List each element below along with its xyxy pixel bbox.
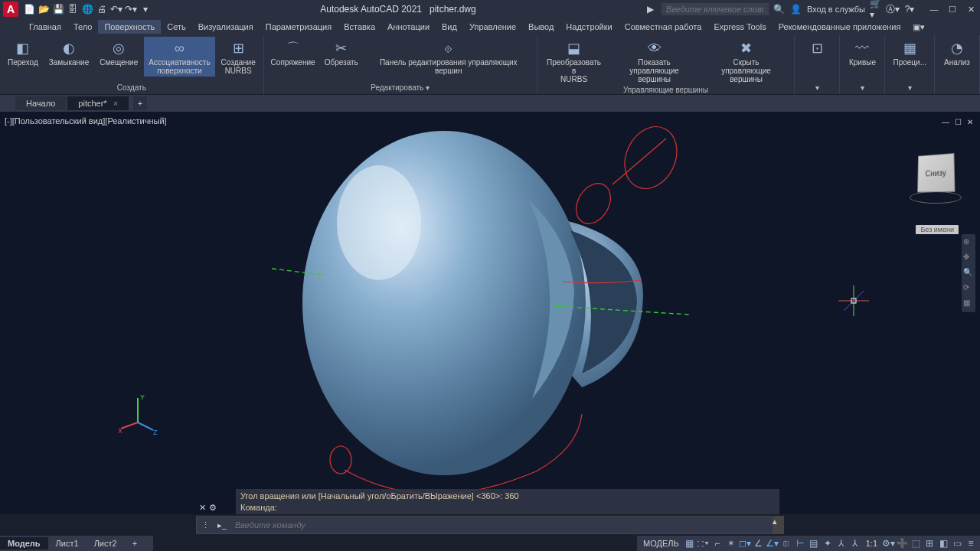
ribbon-group-title: Создать bbox=[3, 83, 260, 93]
saveas-icon[interactable]: 🗄 bbox=[67, 3, 79, 15]
osnap-icon[interactable]: ◻▾ bbox=[739, 537, 751, 549]
annovis-icon[interactable]: ⅄ bbox=[849, 537, 861, 549]
isolate-icon[interactable]: ◧ bbox=[937, 537, 949, 549]
login-link[interactable]: Вход в службы bbox=[807, 5, 865, 14]
cmd-handle-icon[interactable]: ⋮ bbox=[198, 518, 212, 532]
showmotion-icon[interactable]: ▦ bbox=[963, 298, 974, 309]
cmd-scroll[interactable]: ▴ bbox=[773, 517, 783, 533]
ortho-icon[interactable]: ⌐ bbox=[711, 537, 724, 549]
help-icon[interactable]: ?▾ bbox=[903, 3, 916, 15]
ribbon-переход[interactable]: ◧Переход bbox=[3, 37, 43, 68]
redo-icon[interactable]: ↷▾ bbox=[125, 3, 137, 15]
menu-вывод[interactable]: Вывод bbox=[522, 20, 560, 34]
save-icon[interactable]: 💾 bbox=[52, 3, 64, 15]
ribbon-создание[interactable]: ⊞Создание NURBS bbox=[217, 37, 260, 77]
nav-wheel-icon[interactable]: ⊕ bbox=[963, 237, 974, 248]
scale-label[interactable]: 1:1 bbox=[863, 539, 880, 548]
viewport[interactable]: [-][Пользовательский вид][Реалистичный] … bbox=[0, 112, 980, 514]
zoom-icon[interactable]: 🔍 bbox=[963, 268, 974, 279]
status-model[interactable]: МОДЕЛЬ bbox=[640, 539, 682, 548]
menu-поверхность[interactable]: Поверхность bbox=[98, 20, 161, 34]
menu-главная[interactable]: Главная bbox=[23, 20, 67, 34]
annoscale-icon[interactable]: ⅄ bbox=[835, 537, 848, 549]
menu-вставка[interactable]: Вставка bbox=[338, 20, 381, 34]
tab-close-icon[interactable]: × bbox=[113, 99, 118, 108]
ribbon-замыкание[interactable]: ◐Замыкание bbox=[44, 37, 94, 68]
ribbon-проеци...[interactable]: ▦Проеци... bbox=[888, 37, 931, 68]
polar-icon[interactable]: ✴ bbox=[725, 537, 737, 549]
view-badge[interactable]: Без имени bbox=[916, 225, 959, 234]
apps-icon[interactable]: Ⓐ▾ bbox=[887, 3, 899, 15]
minimize-button[interactable]: — bbox=[928, 3, 940, 15]
cleanscreen-icon[interactable]: ▭ bbox=[951, 537, 963, 549]
menu-вид[interactable]: Вид bbox=[436, 20, 463, 34]
viewcube[interactable]: Снизу bbox=[906, 150, 965, 208]
undo-icon[interactable]: ↶▾ bbox=[110, 3, 122, 15]
menu-featured[interactable]: ▣▾ bbox=[906, 20, 931, 34]
menu-управление[interactable]: Управление bbox=[463, 20, 522, 34]
tab-model[interactable]: Модель bbox=[0, 537, 48, 549]
ribbon-панель-редактирования-управляющих-вершин[interactable]: ⟐Панель редактирования управляющих верши… bbox=[364, 37, 534, 77]
tab-layout2[interactable]: Лист2 bbox=[87, 537, 125, 549]
ribbon-показать[interactable]: 👁Показать управляющие вершины bbox=[609, 37, 700, 85]
model-canvas[interactable] bbox=[0, 112, 980, 514]
cmd-opts-icon[interactable]: ⚙ bbox=[209, 503, 217, 513]
ribbon-ассоциативность[interactable]: ∞Ассоциативность поверхности bbox=[144, 37, 214, 77]
customize-icon[interactable]: ≡ bbox=[965, 537, 977, 549]
app-logo[interactable]: A bbox=[3, 2, 18, 17]
dyn-icon[interactable]: ⊢ bbox=[794, 537, 806, 549]
cart-icon[interactable]: 🛒▾ bbox=[870, 3, 882, 15]
otrack-icon[interactable]: ∠▾ bbox=[766, 537, 779, 549]
tab-pitcher[interactable]: pitcher*× bbox=[67, 96, 129, 110]
menu-express tools[interactable]: Express Tools bbox=[707, 20, 772, 34]
menu-совместная работа[interactable]: Совместная работа bbox=[619, 20, 708, 34]
menu-тело[interactable]: Тело bbox=[67, 20, 99, 34]
ribbon-скрыть[interactable]: ✖Скрыть управляющие вершины bbox=[701, 37, 792, 85]
pan-icon[interactable]: ✥ bbox=[963, 253, 974, 263]
tab-start[interactable]: Начало bbox=[15, 96, 66, 110]
maximize-button[interactable]: ☐ bbox=[946, 3, 959, 15]
open-icon[interactable]: 📂 bbox=[38, 3, 50, 15]
dynucs-icon[interactable]: ⎅ bbox=[780, 537, 792, 549]
workspace-icon[interactable]: ⚙▾ bbox=[882, 537, 894, 549]
search-go-icon[interactable]: 🔍 bbox=[773, 3, 786, 15]
add-layout-button[interactable]: + bbox=[125, 537, 145, 549]
search-input[interactable] bbox=[662, 3, 769, 15]
new-icon[interactable]: 📄 bbox=[23, 3, 35, 15]
ribbon-item[interactable]: ⊡ bbox=[798, 37, 836, 60]
annomonitor-icon[interactable]: ➕ bbox=[896, 537, 908, 549]
ribbon-обрезать[interactable]: ✂Обрезать bbox=[320, 37, 361, 68]
ribbon-сопряжение[interactable]: ⌒Сопряжение bbox=[267, 37, 319, 68]
cmd-close-icon[interactable]: ✕ bbox=[199, 503, 206, 513]
cmd-prompt-icon[interactable]: ▸_ bbox=[215, 518, 229, 532]
units-icon[interactable]: ⬚ bbox=[910, 537, 922, 549]
gizmo-icon[interactable]: ✦ bbox=[822, 537, 834, 549]
orbit-icon[interactable]: ⟳ bbox=[963, 283, 974, 294]
menu-аннотации[interactable]: Аннотации bbox=[381, 20, 436, 34]
ribbon-преобразовать-в[interactable]: ⬓Преобразовать в NURBS bbox=[541, 37, 608, 85]
menu-надстройки[interactable]: Надстройки bbox=[560, 20, 618, 34]
menu-рекомендованные приложения[interactable]: Рекомендованные приложения bbox=[773, 20, 907, 34]
ribbon-label: Анализ bbox=[944, 58, 970, 67]
ribbon-кривые[interactable]: 〰Кривые bbox=[843, 37, 881, 68]
3dosnap-icon[interactable]: ∠ bbox=[753, 537, 765, 549]
qat-more-icon[interactable]: ▾ bbox=[139, 3, 152, 15]
ribbon-смещение[interactable]: ◎Смещение bbox=[95, 37, 142, 68]
grid-icon[interactable]: ▦ bbox=[684, 537, 696, 549]
hardware-icon[interactable]: ⊞ bbox=[923, 537, 936, 549]
menu-параметризация[interactable]: Параметризация bbox=[260, 20, 338, 34]
web-icon[interactable]: 🌐 bbox=[81, 3, 93, 15]
command-line[interactable]: ⋮ ▸_ ▴ bbox=[196, 516, 784, 534]
command-input[interactable] bbox=[230, 520, 773, 530]
ribbon-анализ[interactable]: ◔Анализ bbox=[938, 37, 976, 68]
close-button[interactable]: ✕ bbox=[965, 3, 977, 15]
snap-icon[interactable]: ⸬▾ bbox=[697, 537, 710, 549]
menu-визуализация[interactable]: Визуализация bbox=[192, 20, 260, 34]
plot-icon[interactable]: 🖨 bbox=[96, 3, 108, 15]
user-icon[interactable]: 👤 bbox=[790, 3, 802, 15]
tab-layout1[interactable]: Лист1 bbox=[48, 537, 87, 549]
share-icon[interactable]: ▶ bbox=[645, 3, 657, 15]
menu-сеть[interactable]: Сеть bbox=[161, 20, 191, 34]
filter-icon[interactable]: ▤ bbox=[808, 537, 820, 549]
new-tab-button[interactable]: + bbox=[133, 96, 147, 110]
